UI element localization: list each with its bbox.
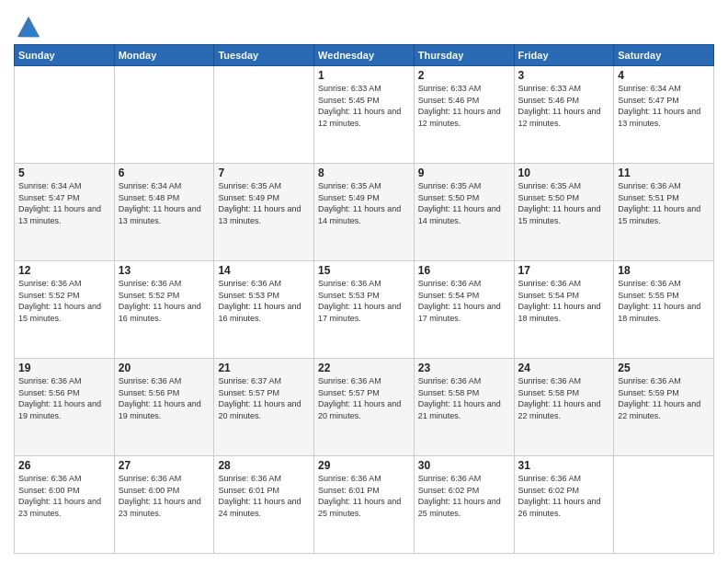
- calendar-cell: 24Sunrise: 6:36 AM Sunset: 5:58 PM Dayli…: [514, 359, 614, 456]
- day-info: Sunrise: 6:37 AM Sunset: 5:57 PM Dayligh…: [218, 375, 310, 421]
- day-info: Sunrise: 6:36 AM Sunset: 5:56 PM Dayligh…: [18, 375, 110, 421]
- day-info: Sunrise: 6:36 AM Sunset: 5:58 PM Dayligh…: [518, 375, 610, 421]
- day-number: 20: [119, 362, 210, 374]
- day-number: 7: [218, 167, 310, 179]
- day-info: Sunrise: 6:36 AM Sunset: 6:00 PM Dayligh…: [119, 473, 210, 519]
- calendar-week-row: 26Sunrise: 6:36 AM Sunset: 6:00 PM Dayli…: [15, 456, 714, 554]
- calendar-cell: 13Sunrise: 6:36 AM Sunset: 5:52 PM Dayli…: [114, 261, 214, 359]
- day-number: 21: [218, 362, 310, 374]
- day-number: 3: [518, 69, 610, 82]
- day-number: 1: [318, 69, 410, 82]
- day-number: 23: [418, 362, 510, 374]
- day-number: 30: [418, 459, 510, 472]
- calendar-cell: 27Sunrise: 6:36 AM Sunset: 6:00 PM Dayli…: [114, 456, 214, 554]
- day-number: 22: [318, 362, 410, 374]
- day-info: Sunrise: 6:33 AM Sunset: 5:46 PM Dayligh…: [518, 83, 610, 129]
- calendar-cell: 5Sunrise: 6:34 AM Sunset: 5:47 PM Daylig…: [15, 164, 115, 261]
- calendar-cell: 11Sunrise: 6:36 AM Sunset: 5:51 PM Dayli…: [614, 164, 714, 261]
- page: SundayMondayTuesdayWednesdayThursdayFrid…: [0, 0, 728, 563]
- calendar-cell: 29Sunrise: 6:36 AM Sunset: 6:01 PM Dayli…: [314, 456, 415, 554]
- day-info: Sunrise: 6:36 AM Sunset: 5:59 PM Dayligh…: [618, 375, 710, 421]
- calendar-week-row: 19Sunrise: 6:36 AM Sunset: 5:56 PM Dayli…: [15, 359, 714, 456]
- day-info: Sunrise: 6:33 AM Sunset: 5:46 PM Dayligh…: [418, 83, 510, 129]
- day-number: 24: [518, 362, 610, 374]
- day-number: 12: [18, 264, 110, 277]
- calendar-cell: 8Sunrise: 6:35 AM Sunset: 5:49 PM Daylig…: [314, 164, 415, 261]
- day-number: 29: [318, 459, 410, 472]
- calendar-cell: 2Sunrise: 6:33 AM Sunset: 5:46 PM Daylig…: [414, 66, 514, 164]
- day-info: Sunrise: 6:36 AM Sunset: 6:02 PM Dayligh…: [518, 473, 610, 519]
- day-number: 10: [518, 167, 610, 179]
- calendar-cell: 9Sunrise: 6:35 AM Sunset: 5:50 PM Daylig…: [414, 164, 514, 261]
- day-info: Sunrise: 6:36 AM Sunset: 5:53 PM Dayligh…: [218, 278, 310, 324]
- calendar-cell: [614, 456, 714, 554]
- calendar-cell: 30Sunrise: 6:36 AM Sunset: 6:02 PM Dayli…: [414, 456, 514, 554]
- day-number: 15: [318, 264, 410, 277]
- day-info: Sunrise: 6:36 AM Sunset: 5:52 PM Dayligh…: [119, 278, 210, 324]
- day-info: Sunrise: 6:36 AM Sunset: 6:00 PM Dayligh…: [18, 473, 110, 519]
- calendar-cell: 7Sunrise: 6:35 AM Sunset: 5:49 PM Daylig…: [214, 164, 314, 261]
- calendar-cell: 26Sunrise: 6:36 AM Sunset: 6:00 PM Dayli…: [15, 456, 115, 554]
- day-info: Sunrise: 6:35 AM Sunset: 5:50 PM Dayligh…: [418, 180, 510, 226]
- calendar-cell: 15Sunrise: 6:36 AM Sunset: 5:53 PM Dayli…: [314, 261, 415, 359]
- calendar-week-row: 1Sunrise: 6:33 AM Sunset: 5:45 PM Daylig…: [15, 66, 714, 164]
- day-info: Sunrise: 6:35 AM Sunset: 5:50 PM Dayligh…: [518, 180, 610, 226]
- day-of-week-header: Thursday: [414, 45, 514, 66]
- calendar-cell: 21Sunrise: 6:37 AM Sunset: 5:57 PM Dayli…: [214, 359, 314, 456]
- day-info: Sunrise: 6:36 AM Sunset: 5:55 PM Dayligh…: [618, 278, 710, 324]
- day-of-week-header: Tuesday: [214, 45, 314, 66]
- calendar-cell: 4Sunrise: 6:34 AM Sunset: 5:47 PM Daylig…: [614, 66, 714, 164]
- calendar-cell: 12Sunrise: 6:36 AM Sunset: 5:52 PM Dayli…: [15, 261, 115, 359]
- calendar-week-row: 12Sunrise: 6:36 AM Sunset: 5:52 PM Dayli…: [15, 261, 714, 359]
- calendar-cell: [214, 66, 314, 164]
- calendar-cell: 22Sunrise: 6:36 AM Sunset: 5:57 PM Dayli…: [314, 359, 415, 456]
- day-info: Sunrise: 6:36 AM Sunset: 5:57 PM Dayligh…: [318, 375, 410, 421]
- day-info: Sunrise: 6:35 AM Sunset: 5:49 PM Dayligh…: [318, 180, 410, 226]
- day-info: Sunrise: 6:36 AM Sunset: 6:02 PM Dayligh…: [418, 473, 510, 519]
- day-info: Sunrise: 6:36 AM Sunset: 6:01 PM Dayligh…: [218, 473, 310, 519]
- day-of-week-header: Friday: [514, 45, 614, 66]
- day-of-week-header: Monday: [114, 45, 214, 66]
- day-of-week-header: Wednesday: [314, 45, 415, 66]
- day-number: 11: [618, 167, 710, 179]
- day-number: 28: [218, 459, 310, 472]
- calendar-cell: 31Sunrise: 6:36 AM Sunset: 6:02 PM Dayli…: [514, 456, 614, 554]
- day-number: 13: [119, 264, 210, 277]
- calendar-cell: 19Sunrise: 6:36 AM Sunset: 5:56 PM Dayli…: [15, 359, 115, 456]
- day-number: 8: [318, 167, 410, 179]
- day-number: 2: [418, 69, 510, 82]
- calendar-cell: 10Sunrise: 6:35 AM Sunset: 5:50 PM Dayli…: [514, 164, 614, 261]
- day-info: Sunrise: 6:36 AM Sunset: 5:53 PM Dayligh…: [318, 278, 410, 324]
- day-info: Sunrise: 6:36 AM Sunset: 6:01 PM Dayligh…: [318, 473, 410, 519]
- day-info: Sunrise: 6:36 AM Sunset: 5:56 PM Dayligh…: [119, 375, 210, 421]
- calendar-cell: [15, 66, 115, 164]
- calendar-cell: 1Sunrise: 6:33 AM Sunset: 5:45 PM Daylig…: [314, 66, 415, 164]
- calendar-cell: 20Sunrise: 6:36 AM Sunset: 5:56 PM Dayli…: [114, 359, 214, 456]
- calendar-cell: 25Sunrise: 6:36 AM Sunset: 5:59 PM Dayli…: [614, 359, 714, 456]
- day-number: 31: [518, 459, 610, 472]
- day-number: 5: [18, 167, 110, 179]
- day-number: 14: [218, 264, 310, 277]
- day-info: Sunrise: 6:34 AM Sunset: 5:47 PM Dayligh…: [618, 83, 710, 129]
- day-number: 6: [119, 167, 210, 179]
- day-number: 18: [618, 264, 710, 277]
- calendar-cell: 28Sunrise: 6:36 AM Sunset: 6:01 PM Dayli…: [214, 456, 314, 554]
- calendar-week-row: 5Sunrise: 6:34 AM Sunset: 5:47 PM Daylig…: [15, 164, 714, 261]
- calendar-cell: 16Sunrise: 6:36 AM Sunset: 5:54 PM Dayli…: [414, 261, 514, 359]
- day-info: Sunrise: 6:36 AM Sunset: 5:52 PM Dayligh…: [18, 278, 110, 324]
- day-info: Sunrise: 6:36 AM Sunset: 5:54 PM Dayligh…: [518, 278, 610, 324]
- calendar-header-row: SundayMondayTuesdayWednesdayThursdayFrid…: [15, 45, 714, 66]
- day-number: 9: [418, 167, 510, 179]
- day-info: Sunrise: 6:35 AM Sunset: 5:49 PM Dayligh…: [218, 180, 310, 226]
- day-number: 19: [18, 362, 110, 374]
- day-number: 26: [18, 459, 110, 472]
- calendar-cell: 18Sunrise: 6:36 AM Sunset: 5:55 PM Dayli…: [614, 261, 714, 359]
- day-info: Sunrise: 6:36 AM Sunset: 5:51 PM Dayligh…: [618, 180, 710, 226]
- day-number: 4: [618, 69, 710, 82]
- logo: [14, 13, 41, 39]
- day-number: 16: [418, 264, 510, 277]
- day-info: Sunrise: 6:34 AM Sunset: 5:47 PM Dayligh…: [18, 180, 110, 226]
- calendar-cell: 14Sunrise: 6:36 AM Sunset: 5:53 PM Dayli…: [214, 261, 314, 359]
- day-number: 27: [119, 459, 210, 472]
- day-number: 25: [618, 362, 710, 374]
